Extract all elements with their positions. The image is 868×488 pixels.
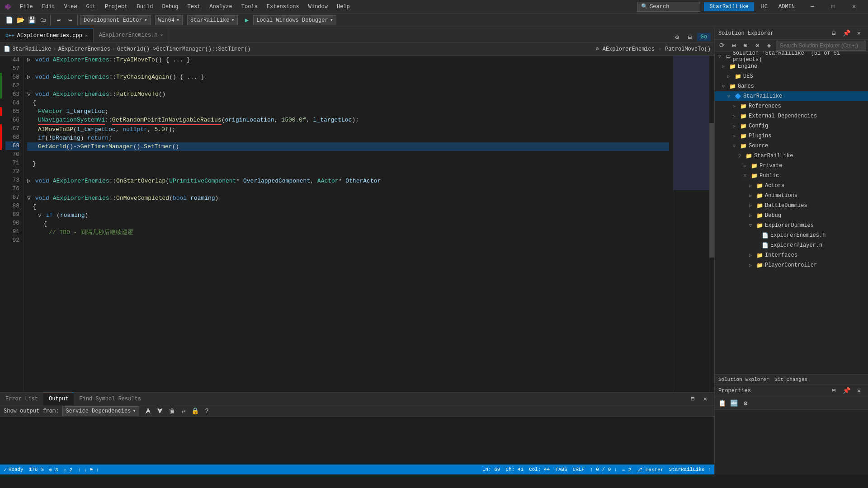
menu-project[interactable]: Project bbox=[101, 2, 131, 12]
close-button[interactable]: ✕ bbox=[844, 0, 864, 14]
redo-button[interactable]: ↪ bbox=[65, 15, 75, 26]
se-debug-folder[interactable]: ▷ 📁 Debug bbox=[715, 211, 868, 221]
menu-help[interactable]: Help bbox=[333, 2, 354, 12]
se-source-folder[interactable]: ▽ 📁 Source bbox=[715, 141, 868, 151]
se-tool-3[interactable]: ⊕ bbox=[740, 40, 751, 51]
menu-file[interactable]: File bbox=[16, 2, 37, 12]
se-search-input[interactable] bbox=[776, 41, 866, 51]
tab-cpp-close-icon[interactable]: ✕ bbox=[85, 33, 88, 38]
se-interfaces-folder[interactable]: ▷ 📁 Interfaces bbox=[715, 250, 868, 260]
code-editor[interactable]: 44 57 58 62 63 64 65 66 67 68 69 70 71 7… bbox=[2, 56, 673, 392]
status-tabs[interactable]: TABS bbox=[555, 467, 567, 473]
minimap[interactable] bbox=[673, 56, 709, 392]
props-tool-categories[interactable]: 📋 bbox=[717, 398, 727, 409]
maximize-button[interactable]: □ bbox=[823, 0, 844, 14]
se-plugins-folder[interactable]: ▷ 📁 Plugins bbox=[715, 131, 868, 141]
props-tool-props[interactable]: ⚙ bbox=[740, 398, 751, 409]
breadcrumb-file[interactable]: StarRailLike bbox=[12, 46, 51, 52]
se-tool-4[interactable]: ⊗ bbox=[752, 40, 763, 51]
se-public-folder[interactable]: ▽ 📁 Public bbox=[715, 171, 868, 181]
breadcrumb-class[interactable]: AExplorerEnemies bbox=[58, 46, 110, 52]
status-errors[interactable]: ⊗ 3 bbox=[49, 467, 58, 473]
menu-view[interactable]: View bbox=[61, 2, 81, 12]
panel-float-button[interactable]: ⊟ bbox=[687, 394, 698, 404]
se-solution-root[interactable]: ▽ 🗂 Solution 'StarRailLike' (51 of 51 pr… bbox=[715, 52, 868, 61]
panel-tool-1[interactable]: ⮝ bbox=[143, 406, 154, 417]
save-button[interactable]: 💾 bbox=[26, 15, 37, 26]
menu-test[interactable]: Test bbox=[184, 2, 204, 12]
props-pin-button[interactable]: 📌 bbox=[841, 385, 852, 396]
tab-explorer-enemies-cpp[interactable]: C++ AExplorerEnemies.cpp ✕ bbox=[0, 28, 94, 42]
se-private-folder[interactable]: ▷ 📁 Private bbox=[715, 161, 868, 171]
panel-tool-wrap[interactable]: ↵ bbox=[178, 406, 189, 417]
se-tool-1[interactable]: ⟳ bbox=[717, 40, 727, 51]
debugger-dropdown[interactable]: Local Windows Debugger ▾ bbox=[253, 15, 336, 25]
panel-tool-lock[interactable]: 🔒 bbox=[190, 406, 201, 417]
status-navigation[interactable]: ↑ ↓ ⚑ ↑ bbox=[78, 467, 99, 473]
se-battledummies-folder[interactable]: ▷ 📁 BattleDummies bbox=[715, 201, 868, 211]
panel-tab-output[interactable]: Output bbox=[43, 393, 74, 405]
menu-tools[interactable]: Tools bbox=[238, 2, 261, 12]
collapse-icon-58[interactable]: ▷ bbox=[27, 73, 34, 81]
undo-button[interactable]: ↩ bbox=[53, 15, 64, 26]
project-dropdown[interactable]: StarRailLike ▾ bbox=[185, 15, 240, 25]
se-config-folder[interactable]: ▷ 📁 Config bbox=[715, 121, 868, 131]
se-games-folder[interactable]: ▽ 📁 Games bbox=[715, 81, 868, 91]
props-close-button[interactable]: ✕ bbox=[854, 385, 864, 396]
se-starraillike-source[interactable]: ▽ 📁 StarRailLike bbox=[715, 151, 868, 161]
run-button[interactable]: ▶ bbox=[242, 15, 251, 25]
se-footer-git-changes[interactable]: Git Changes bbox=[774, 377, 807, 382]
save-all-button[interactable]: 🗂 bbox=[38, 15, 48, 26]
menu-debug[interactable]: Debug bbox=[158, 2, 182, 12]
breadcrumb-symbol-label[interactable]: AExplorerEnemies bbox=[603, 46, 655, 52]
se-footer-solution-explorer[interactable]: Solution Explorer bbox=[718, 377, 769, 382]
collapse-icon-87[interactable]: ▽ bbox=[27, 194, 34, 202]
status-warnings[interactable]: ⚠ 2 bbox=[63, 467, 72, 473]
editor-split-button[interactable]: ⊟ bbox=[684, 32, 695, 42]
menu-window[interactable]: Window bbox=[305, 2, 331, 12]
status-crlf[interactable]: CRLF bbox=[573, 467, 585, 473]
tab-explorer-enemies-h[interactable]: AExplorerEnemies.h ✕ bbox=[94, 28, 169, 42]
collapse-icon-89[interactable]: ▽ bbox=[38, 211, 45, 220]
menu-analyze[interactable]: Analyze bbox=[206, 2, 236, 12]
se-external-deps-folder[interactable]: ▷ 📁 External Dependencies bbox=[715, 111, 868, 121]
status-project[interactable]: StarRailLike ↑ bbox=[669, 467, 711, 473]
se-references-folder[interactable]: ▷ 📁 References bbox=[715, 101, 868, 111]
se-actors-folder[interactable]: ▷ 📁 Actors bbox=[715, 181, 868, 191]
panel-close-button[interactable]: ✕ bbox=[700, 394, 711, 404]
se-starraillike-project[interactable]: ▽ 🔷 StarRailLike bbox=[715, 91, 868, 101]
se-tool-5[interactable]: ◈ bbox=[764, 40, 774, 51]
status-branch[interactable]: ⎇ master bbox=[637, 467, 663, 473]
se-close-button[interactable]: ✕ bbox=[854, 28, 864, 39]
se-animations-folder[interactable]: ▷ 📁 Animations bbox=[715, 191, 868, 201]
search-box[interactable]: 🔍 Search bbox=[637, 2, 700, 12]
se-playercontroller-folder[interactable]: ▷ 📁 PlayerController bbox=[715, 260, 868, 270]
open-file-button[interactable]: 📂 bbox=[15, 15, 26, 26]
menu-edit[interactable]: Edit bbox=[38, 2, 59, 12]
output-source-dropdown[interactable]: Service Dependencies ▾ bbox=[62, 406, 139, 416]
collapse-icon-63[interactable]: ▽ bbox=[27, 90, 34, 99]
status-zoom[interactable]: 176 % bbox=[29, 467, 44, 472]
star-rail-button[interactable]: StarRailLike bbox=[704, 2, 754, 11]
panel-tool-clear[interactable]: 🗑 bbox=[166, 406, 177, 417]
se-explorerdummies-folder[interactable]: ▽ 📁 ExplorerDummies bbox=[715, 221, 868, 230]
config-dropdown[interactable]: Development Editor ▾ bbox=[79, 15, 152, 25]
se-explorerenenemies-h[interactable]: 📄 ExplorerEnemies.h bbox=[715, 230, 868, 240]
code-content[interactable]: ▷ void AExplorerEnemies::TryAIMoveTo() {… bbox=[24, 56, 673, 392]
collapse-icon-44[interactable]: ▷ bbox=[27, 56, 34, 64]
se-float-button[interactable]: ⊟ bbox=[828, 28, 839, 39]
props-float-button[interactable]: ⊟ bbox=[828, 385, 839, 396]
vertical-scrollbar[interactable] bbox=[709, 56, 714, 392]
breadcrumb-fn-label[interactable]: PatrolMoveTo() bbox=[665, 46, 711, 52]
collapse-icon-73[interactable]: ▷ bbox=[27, 177, 34, 185]
se-explorerplayer-h[interactable]: 📄 ExplorerPlayer.h bbox=[715, 240, 868, 250]
props-tool-alpha[interactable]: 🔤 bbox=[728, 398, 739, 409]
menu-git[interactable]: Git bbox=[82, 2, 99, 12]
platform-dropdown[interactable]: Win64 ▾ bbox=[153, 15, 184, 25]
panel-tab-error-list[interactable]: Error List bbox=[0, 393, 43, 405]
panel-tab-find-symbol[interactable]: Find Symbol Results bbox=[74, 393, 146, 405]
new-file-button[interactable]: 📄 bbox=[4, 15, 14, 26]
minimize-button[interactable]: ─ bbox=[802, 0, 823, 14]
se-engine-folder[interactable]: ▷ 📁 Engine bbox=[715, 61, 868, 71]
se-tool-2[interactable]: ⊟ bbox=[728, 40, 739, 51]
